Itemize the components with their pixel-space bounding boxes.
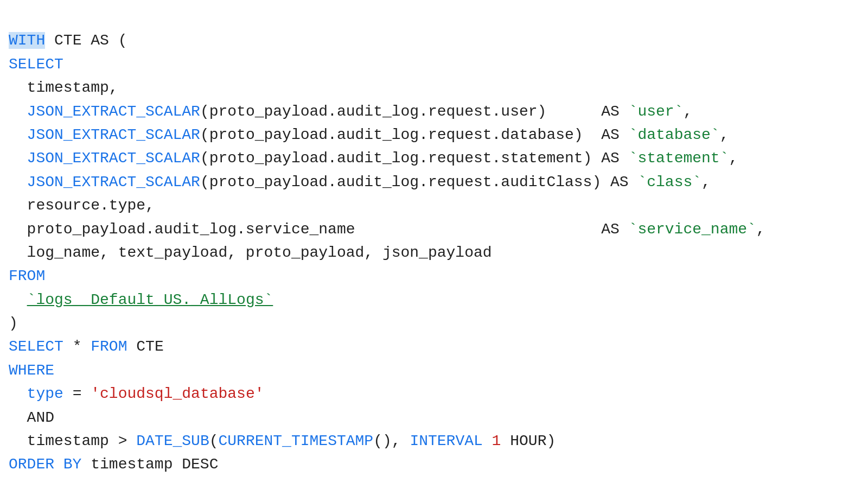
code-token: resource.type, — [9, 197, 155, 214]
code-token: AS — [601, 221, 628, 238]
code-line: JSON_EXTRACT_SCALAR(proto_payload.audit_… — [9, 147, 859, 170]
code-token — [483, 433, 492, 449]
code-token: (), — [373, 433, 410, 449]
code-line: `logs__Default_US._AllLogs` — [9, 288, 859, 312]
code-token: SELECT — [9, 56, 63, 73]
code-token: JSON_EXTRACT_SCALAR — [27, 174, 200, 191]
code-token: (proto_payload.audit_log.request.databas… — [200, 126, 601, 143]
code-token — [9, 291, 27, 308]
code-line: WITH CTE AS ( — [9, 29, 859, 52]
code-token: DATE_SUB — [136, 433, 209, 449]
code-token: timestamp — [27, 79, 109, 96]
code-token — [9, 126, 27, 143]
sql-code-block: WITH CTE AS (SELECT timestamp, JSON_EXTR… — [9, 5, 859, 477]
code-token: JSON_EXTRACT_SCALAR — [27, 126, 200, 143]
code-token: AND — [9, 409, 54, 426]
code-line: AND — [9, 406, 859, 429]
code-line: timestamp, — [9, 76, 859, 99]
code-token: `database` — [629, 126, 720, 143]
code-token: 1 — [492, 433, 501, 449]
code-token: INTERVAL — [410, 433, 482, 449]
code-token: AS — [601, 150, 628, 167]
code-line: FROM — [9, 264, 859, 288]
code-token: `class` — [637, 174, 701, 191]
code-token — [9, 150, 27, 167]
code-line: proto_payload.audit_log.service_name AS … — [9, 218, 859, 241]
code-token: , — [683, 103, 692, 120]
code-line: timestamp > DATE_SUB(CURRENT_TIMESTAMP()… — [9, 429, 859, 453]
code-line: JSON_EXTRACT_SCALAR(proto_payload.audit_… — [9, 170, 859, 194]
code-token: JSON_EXTRACT_SCALAR — [27, 150, 200, 167]
code-token: timestamp DESC — [81, 456, 218, 473]
code-token: (proto_payload.audit_log.request.auditCl… — [200, 174, 601, 191]
code-token: AS — [601, 103, 628, 120]
code-line: JSON_EXTRACT_SCALAR(proto_payload.audit_… — [9, 100, 859, 123]
code-token: (proto_payload.audit_log.request.stateme… — [200, 150, 601, 167]
code-line: ORDER BY timestamp DESC — [9, 453, 859, 476]
code-token: `user` — [629, 103, 684, 120]
code-token: FROM — [9, 268, 45, 284]
code-token: WHERE — [9, 362, 54, 379]
code-token: , — [109, 79, 118, 96]
code-line: resource.type, — [9, 194, 859, 217]
code-token — [9, 103, 27, 120]
code-token: CTE — [127, 338, 163, 355]
code-line: SELECT — [9, 53, 859, 76]
code-token: CTE AS ( — [45, 32, 127, 49]
code-token: ( — [209, 433, 219, 449]
code-token — [9, 385, 27, 402]
code-token: = — [63, 385, 91, 402]
code-token: `service_name` — [629, 221, 756, 238]
code-token: HOUR) — [501, 433, 556, 449]
code-token: , — [701, 174, 711, 191]
code-token: CURRENT_TIMESTAMP — [219, 433, 374, 449]
code-token: type — [27, 385, 63, 402]
code-token: proto_payload.audit_log.service_name — [9, 221, 601, 238]
code-line: WHERE — [9, 359, 859, 382]
code-line: JSON_EXTRACT_SCALAR(proto_payload.audit_… — [9, 123, 859, 147]
code-token: AS — [601, 126, 628, 143]
code-token: log_name, text_payload, proto_payload, j… — [9, 244, 492, 261]
code-token: `statement` — [629, 150, 729, 167]
code-line: SELECT * FROM CTE — [9, 335, 859, 358]
code-line: type = 'cloudsql_database' — [9, 382, 859, 405]
code-token: timestamp — [27, 433, 109, 449]
code-token — [9, 79, 27, 96]
code-token: AS — [601, 174, 637, 191]
code-token: `logs__Default_US._AllLogs` — [27, 291, 273, 308]
code-token: > — [109, 433, 136, 449]
code-token: ORDER BY — [9, 456, 81, 473]
code-line: ) — [9, 312, 859, 335]
code-token: FROM — [91, 338, 127, 355]
code-token: 'cloudsql_database' — [91, 385, 264, 402]
code-token: , — [756, 221, 765, 238]
code-token: , — [720, 126, 729, 143]
code-token: JSON_EXTRACT_SCALAR — [27, 103, 200, 120]
code-token: ) — [9, 315, 18, 332]
code-token — [9, 433, 27, 449]
code-token: (proto_payload.audit_log.request.user) — [200, 103, 601, 120]
code-token: WITH — [9, 32, 45, 49]
code-line: log_name, text_payload, proto_payload, j… — [9, 241, 859, 264]
code-token: SELECT — [9, 338, 63, 355]
code-token — [9, 174, 27, 191]
code-token: , — [729, 150, 738, 167]
code-token: * — [63, 338, 91, 355]
